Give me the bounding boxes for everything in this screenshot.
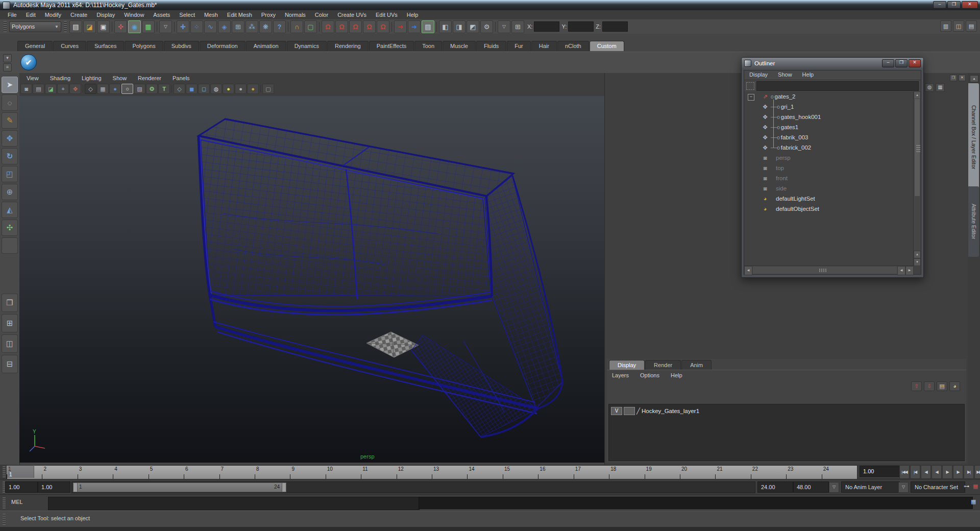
paint-options-button[interactable]: ❋ [259,20,272,33]
outliner-horizontal-scrollbar[interactable]: ◀ ◀ ▶ [744,266,914,274]
outliner-item-top[interactable]: ◙ top [744,163,914,173]
title-bar[interactable]: Autodesk Maya 2011 x64: D:\111\Hockey_Ga… [0,0,980,10]
dock-close-button[interactable]: ✕ [959,75,966,81]
viewport-menu-item[interactable]: Lighting [77,74,107,82]
step-back-one-key-button[interactable]: ◀ [921,465,931,479]
menu-item[interactable]: Modify [40,11,66,19]
shelf-tab[interactable]: nCloth [557,41,589,51]
range-end-handle[interactable] [282,483,286,492]
soft-modification-tool-button[interactable]: ◭ [2,202,18,218]
shaded-display-button[interactable]: ◼ [186,84,198,94]
layer-editor-menu-item[interactable]: Layers [607,371,634,379]
create-empty-layer-button[interactable]: ▤ [937,381,947,391]
viewport-canvas[interactable]: persp Y [19,96,604,463]
timeline-frame[interactable]: 4 [113,466,148,479]
scroll-left-icon[interactable]: ◀ [744,266,752,275]
toolbar-separator[interactable] [318,21,321,33]
snap-to-points-button[interactable]: Ω [349,20,362,33]
playback-end-field[interactable]: 24.00 [757,481,793,493]
shelf-tab-selector-button[interactable]: ▾ [3,54,12,62]
toolbar-separator[interactable] [287,21,289,33]
outliner-item-gates-2[interactable]: ⇗ o gates_2 [744,91,914,102]
make-live-button[interactable]: ➜ [394,20,407,33]
timeline-frame[interactable]: 9 [290,466,325,479]
shelf-tab[interactable]: Polygons [125,41,163,51]
playback-start-field[interactable]: 1.00 [38,481,70,493]
timeline-frame[interactable]: 7 [219,466,255,479]
maximize-button[interactable]: ❐ [947,1,961,9]
menu-item[interactable]: Display [92,11,119,19]
four-pane-layout-button[interactable]: ⊞ [2,314,18,332]
show-manipulator-button[interactable]: ✣ [2,220,18,236]
persp-outliner-layout-button[interactable]: ◫ [2,334,18,353]
layer-color-swatch[interactable]: ╱ [636,407,640,415]
timeline-frame[interactable]: 18 [609,466,644,479]
selection-highlighting-button[interactable]: ▢ [262,84,274,94]
move-layer-up-button[interactable]: ⇧ [911,381,922,391]
menu-item[interactable]: Normals [280,11,310,19]
scroll-up-icon[interactable]: ▲ [914,251,921,258]
film-gate-button[interactable]: ▦ [97,84,109,94]
menu-item[interactable]: Edit UVs [371,11,402,19]
view-axis-button[interactable]: ✥ [69,84,81,94]
select-hierarchy-button[interactable]: ✜ [114,20,127,33]
layer-display-type-toggle[interactable] [624,407,635,415]
timeline-frame[interactable]: 2 [42,466,77,479]
checker-sphere-button[interactable]: ◍ [210,84,222,94]
time-slider-ruler[interactable]: 1 2 3 4 5 6 [6,465,857,479]
close-button[interactable]: ✕ [962,1,978,9]
snap-rotate-button[interactable]: ⁘ [190,20,203,33]
playback-range-bar[interactable]: 1 24 [73,482,286,492]
viewport-menu-item[interactable]: Shading [45,74,76,82]
viewport-menu-item[interactable]: Panels [167,74,195,82]
new-scene-button[interactable]: ▤ [69,20,82,33]
shelf-tab[interactable]: Fluids [476,41,506,51]
layer-editor-menu-item[interactable]: Help [666,371,688,379]
timeline-frame[interactable]: 8 [255,466,290,479]
outliner-vertical-scrollbar[interactable]: ▲ ▲ ▼ [913,91,921,266]
coordinate-input[interactable] [534,21,559,32]
toolbar-separator[interactable] [156,21,158,33]
highlight-selection-mode-button[interactable]: ▢ [304,20,317,33]
shelf-tab[interactable]: General [17,41,53,51]
menu-item[interactable]: File [3,11,21,19]
shelf-tab[interactable]: Animation [246,41,286,51]
minimize-button[interactable]: – [933,1,946,9]
ipr-render-button[interactable]: ◩ [467,20,479,33]
playback-options-button[interactable]: ▽ [829,482,839,493]
menu-item[interactable]: Edit [21,11,40,19]
expand-collapse-toggle[interactable]: − [748,94,754,101]
toolbar-separator[interactable] [494,21,497,33]
menu-item[interactable]: Help [402,11,423,19]
outliner-item-defaultlightset[interactable]: ◕ defaultLightSet [744,194,914,204]
last-tool-slot[interactable] [2,237,18,254]
menu-item[interactable]: Proxy [257,11,280,19]
menu-item[interactable]: Edit Mesh [223,11,257,19]
viewport-camera-button[interactable]: ◙ [20,84,32,94]
help-line-grip[interactable] [3,514,6,525]
shelf-tab[interactable]: Custom [590,41,624,51]
snap-to-view-planes-button[interactable]: Ω [377,20,389,33]
timeline-frame[interactable]: 10 [326,466,361,479]
timeline-frame[interactable]: 22 [751,466,786,479]
viewport-menu-item[interactable]: Show [108,74,132,82]
tab-attribute-editor[interactable]: Attribute Editor [968,186,979,257]
shelf-tab[interactable]: Muscle [443,41,476,51]
outliner-restore-button[interactable]: ❐ [895,59,908,67]
select-tool-button[interactable]: ➤ [2,77,18,93]
bounding-box-button[interactable]: ◻ [198,84,210,94]
shelf-tab[interactable]: Fur [507,41,531,51]
toolbar-grip[interactable] [64,21,67,32]
shelf-tab[interactable]: Deformation [200,41,246,51]
create-layer-assign-selected-button[interactable]: ◕ [949,381,960,391]
shelf-tab[interactable]: Curves [53,41,86,51]
toggle-layout-button[interactable]: ◫ [953,20,964,32]
outliner-item-persp[interactable]: ◙ persp [744,153,914,163]
outliner-menu-item[interactable]: Show [773,70,797,80]
go-to-end-button[interactable]: ▶▶| [974,465,980,479]
layer-editor-tab[interactable]: Render [645,360,681,370]
menu-item[interactable]: Color [310,11,333,19]
outliner-item-front[interactable]: ◙ front [744,173,914,183]
layer-row-hockey-gates-layer1[interactable]: V ╱ Hockey_Gates_layer1 [609,404,964,417]
snap-scale-button[interactable]: ∿ [204,20,217,33]
